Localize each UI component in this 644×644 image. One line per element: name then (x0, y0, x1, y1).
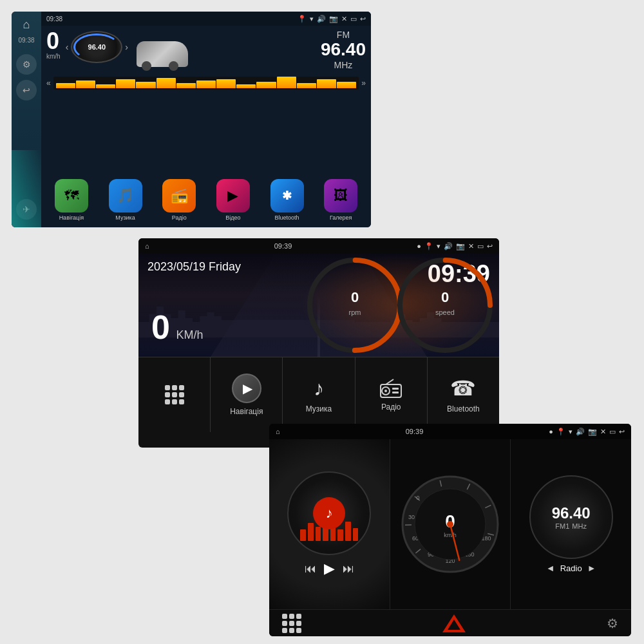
camera-icon2: 📷 (456, 242, 465, 251)
grid-dot (172, 392, 177, 397)
nav-item-radio[interactable]: Радіо (355, 357, 428, 432)
share-icon[interactable]: ✈ (16, 199, 37, 220)
home-icon3[interactable]: ⌂ (276, 428, 280, 435)
screen3-gauges: ♪ ⏮ ▶ ⏭ (269, 439, 631, 609)
gauge-visual: 0 rpm 0 speed (301, 254, 499, 357)
close-icon: ✕ (341, 15, 347, 23)
eq-bar (156, 78, 176, 88)
camera-icon3: 📷 (588, 428, 597, 436)
s1-status-time: 09:38 (46, 15, 62, 23)
gear-icon3[interactable]: ⚙ (607, 616, 618, 630)
back-icon[interactable]: ↩ (16, 80, 37, 100)
tuner-dial[interactable]: 96.40 (71, 31, 122, 63)
speed-value: 0 (46, 30, 59, 53)
screen-icon3: ▭ (609, 428, 616, 436)
bluetooth-button[interactable]: ✱ (270, 179, 304, 213)
video-button[interactable]: ▶ (216, 179, 250, 213)
gauge-svg: 0 rpm 0 speed (301, 254, 499, 357)
eq-bars (53, 77, 359, 90)
screen2-home: ⌂ 09:39 ● 📍 ▾ 🔊 📷 ✕ ▭ ↩ 2023/05/19 Frida… (138, 238, 499, 448)
location-icon2: 📍 (424, 242, 433, 251)
app-bluetooth[interactable]: ✱ Bluetooth (262, 179, 312, 221)
svg-text:0: 0 (441, 289, 449, 305)
app-radio[interactable]: 📻 Радіо (154, 179, 204, 221)
radio-prev-btn[interactable]: ◄ (546, 563, 555, 573)
app-gallery[interactable]: 🖼 Галерея (316, 179, 366, 221)
s3-settings-button[interactable]: ⚙ (607, 616, 618, 631)
eq-b (316, 527, 321, 541)
s3-status-icons: ● 📍 ▾ 🔊 📷 ✕ ▭ ↩ (549, 428, 625, 436)
car-body (137, 41, 188, 67)
grid-dot (179, 385, 184, 390)
home-icon2[interactable]: ⌂ (145, 242, 149, 250)
music-label: Музика (115, 214, 135, 221)
gd (296, 621, 301, 626)
nav-item-music-label: Музика (306, 404, 332, 413)
tuner-prev[interactable]: ‹ (66, 42, 69, 52)
settings-icon[interactable]: ⚙ (16, 54, 37, 75)
wifi-icon: ▾ (310, 15, 314, 23)
screen1-statusbar: 09:38 📍 ▾ 🔊 📷 ✕ ▭ ↩ (41, 12, 371, 26)
svg-text:km/h: km/h (444, 532, 457, 538)
svg-rect-11 (392, 388, 399, 390)
screen-icon: ▭ (350, 15, 357, 23)
screen3-dashboard: ⌂ 09:39 ● 📍 ▾ 🔊 📷 ✕ ▭ ↩ (269, 424, 631, 636)
eq-bar (196, 80, 216, 88)
speedometer: 0 30 60 90 120 150 180 0 km/h (399, 473, 502, 576)
play-button[interactable]: ▶ (324, 560, 335, 577)
home-icon[interactable]: ⌂ (23, 18, 30, 32)
grid-dot (165, 399, 170, 404)
app-video[interactable]: ▶ Відео (208, 179, 258, 221)
nav-item-nav-label: Навігація (230, 407, 263, 416)
eq-b (353, 528, 359, 541)
grid-dot (179, 399, 184, 404)
eq-b (308, 523, 314, 541)
music-controls: ⏮ ▶ ⏭ (305, 560, 354, 577)
screen3-bottom-bar: ⚙ (269, 609, 631, 636)
wifi-icon2: ▾ (437, 242, 440, 251)
radio-freq-display: 96.40 (552, 504, 591, 522)
gallery-button[interactable]: 🖼 (324, 179, 357, 213)
screen2-bottom-nav: ▶ Навігація ♪ Музика Радіо ☎ Bluetoot (138, 357, 499, 432)
nav-item-navigation[interactable]: ▶ Навігація (211, 357, 283, 432)
volume-icon2: 🔊 (444, 242, 453, 251)
music-note-button[interactable]: ♪ (313, 497, 345, 529)
svg-text:rpm: rpm (349, 308, 361, 316)
eq-next[interactable]: » (361, 79, 366, 88)
eq-prev[interactable]: « (46, 79, 51, 88)
radio-mhz-label: MHz (572, 522, 587, 530)
location-icon: 📍 (298, 15, 307, 23)
menu-grid-button[interactable] (138, 357, 211, 432)
radio-labels: FM1 MHz (555, 522, 587, 530)
prev-track-button[interactable]: ⏮ (305, 562, 316, 576)
s3-grid-button[interactable] (282, 614, 301, 633)
eq-b (300, 529, 306, 541)
nav-play-btn[interactable]: ▶ (232, 374, 261, 403)
app-navigation[interactable]: 🗺 Навігація (46, 179, 97, 221)
nav-item-bluetooth[interactable]: ☎ Bluetooth (428, 357, 499, 432)
next-track-button[interactable]: ⏭ (343, 562, 354, 576)
s2-speed-value: 0 (151, 308, 170, 346)
radio-next-btn[interactable]: ► (587, 563, 596, 573)
music-button[interactable]: 🎵 (109, 179, 142, 213)
tuner-next[interactable]: › (125, 42, 128, 52)
radio-circle: 96.40 FM1 MHz (529, 475, 613, 559)
eq-bar (176, 83, 196, 88)
screen2-hero: 2023/05/19 Friday 09:39 0 KM/h 0 rpm 0 s… (138, 254, 499, 357)
eq-bar (317, 79, 336, 88)
svg-point-33 (447, 521, 453, 527)
nav-button[interactable]: 🗺 (55, 179, 88, 213)
app-music[interactable]: 🎵 Музика (100, 179, 151, 221)
eq-bar (136, 82, 155, 88)
eq-bar-row: « » (46, 77, 366, 90)
radio-button[interactable]: 📻 (162, 179, 196, 213)
speedometer-svg: 0 30 60 90 120 150 180 0 km/h (399, 473, 502, 576)
nav-item-music[interactable]: ♪ Музика (283, 357, 355, 432)
eq-bar (256, 82, 276, 88)
close-icon2: ✕ (468, 242, 474, 251)
s2-status-time: 09:39 (274, 242, 292, 250)
close-icon3: ✕ (600, 428, 606, 436)
app-grid: 🗺 Навігація 🎵 Музика 📻 Радіо ▶ Відео ✱ (46, 179, 366, 223)
gd (282, 621, 287, 626)
eq-bar (216, 79, 236, 88)
